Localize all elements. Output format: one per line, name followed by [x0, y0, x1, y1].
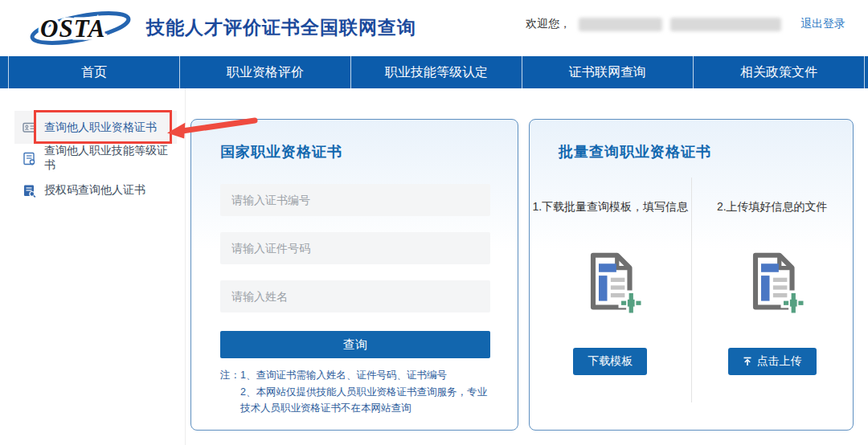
document-add-icon: [739, 248, 806, 319]
sidebar-item-query-others-qualification[interactable]: 查询他人职业资格证书: [14, 111, 177, 144]
step-label: 2.上传填好信息的文件: [717, 200, 828, 214]
batch-steps: 1.下载批量查询模板，填写信息: [530, 178, 853, 402]
certificate-icon: [23, 152, 36, 165]
sidebar: 查询他人职业资格证书 查询他人职业技能等级证书: [0, 88, 186, 445]
sidebar-item-query-others-skill-level[interactable]: 查询他人职业技能等级证书: [14, 146, 177, 170]
nav-item-skill-level[interactable]: 职业技能等级认定: [351, 56, 522, 88]
osta-logo-icon: OSTA: [27, 8, 138, 47]
main-nav: 首页 职业资格评价 职业技能等级认定 证书联网查询 相关政策文件: [0, 56, 868, 88]
download-template-label: 下载模板: [588, 354, 633, 369]
welcome-area: 欢迎您， 退出登录: [526, 17, 845, 31]
nav-item-policy-files[interactable]: 相关政策文件: [694, 56, 865, 88]
batch-step-download: 1.下载批量查询模板，填写信息: [530, 178, 692, 402]
id-card-icon: [23, 120, 36, 134]
nav-item-certificate-query[interactable]: 证书联网查询: [522, 56, 694, 88]
certificate-number-input[interactable]: [220, 184, 490, 216]
sidebar-item-auth-code-query[interactable]: 授权码查询他人证书: [14, 178, 177, 202]
click-upload-label: 点击上传: [757, 354, 802, 369]
name-input[interactable]: [220, 280, 490, 312]
upload-icon: [743, 357, 752, 366]
click-upload-button[interactable]: 点击上传: [728, 348, 817, 375]
osta-logo: OSTA: [27, 8, 138, 47]
notes-prefix: 注：: [220, 367, 240, 417]
svg-text:OSTA: OSTA: [40, 14, 106, 43]
logout-link[interactable]: 退出登录: [800, 17, 845, 31]
main-nav-inner: 首页 职业资格评价 职业技能等级认定 证书联网查询 相关政策文件: [8, 56, 865, 88]
nav-item-home[interactable]: 首页: [9, 56, 180, 88]
document-search-icon: [23, 184, 36, 198]
site-title: 技能人才评价证书全国联网查询: [146, 15, 416, 40]
download-template-button[interactable]: 下载模板: [573, 348, 647, 375]
query-submit-button[interactable]: 查询: [220, 331, 490, 358]
note-line-1: 1、查询证书需输入姓名、证件号码、证书编号: [240, 367, 493, 384]
batch-query-panel: 批量查询职业资格证书 1.下载批量查询模板，填写信息: [529, 119, 854, 431]
sidebar-item-label: 查询他人职业技能等级证书: [44, 144, 177, 173]
header: OSTA 技能人才评价证书全国联网查询 欢迎您， 退出登录: [0, 0, 868, 56]
id-number-input[interactable]: [220, 232, 490, 264]
redacted-user-name: [579, 18, 662, 31]
note-line-2: 2、本网站仅提供技能人员职业资格证书查询服务，专业技术人员职业资格证书不在本网站…: [240, 384, 493, 417]
document-add-icon: [576, 248, 644, 319]
batch-panel-title: 批量查询职业资格证书: [559, 142, 711, 161]
page: OSTA 技能人才评价证书全国联网查询 欢迎您， 退出登录 首页 职业资格评价 …: [0, 0, 868, 445]
welcome-text: 欢迎您，: [526, 17, 571, 31]
sidebar-item-label: 查询他人职业资格证书: [44, 120, 157, 135]
sidebar-item-label: 授权码查询他人证书: [44, 183, 145, 198]
redacted-user-id: [670, 18, 781, 31]
query-panel-title: 国家职业资格证书: [220, 142, 342, 161]
step-label: 1.下载批量查询模板，填写信息: [532, 200, 688, 214]
query-notes: 注： 1、查询证书需输入姓名、证件号码、证书编号 2、本网站仅提供技能人员职业资…: [220, 367, 493, 417]
national-certificate-query-panel: 国家职业资格证书 查询 注： 1、查询证书需输入姓名、证件号码、证书编号 2、本…: [190, 119, 518, 431]
batch-step-upload: 2.上传填好信息的文件: [692, 178, 854, 402]
nav-item-occupational-qualification[interactable]: 职业资格评价: [180, 56, 351, 88]
